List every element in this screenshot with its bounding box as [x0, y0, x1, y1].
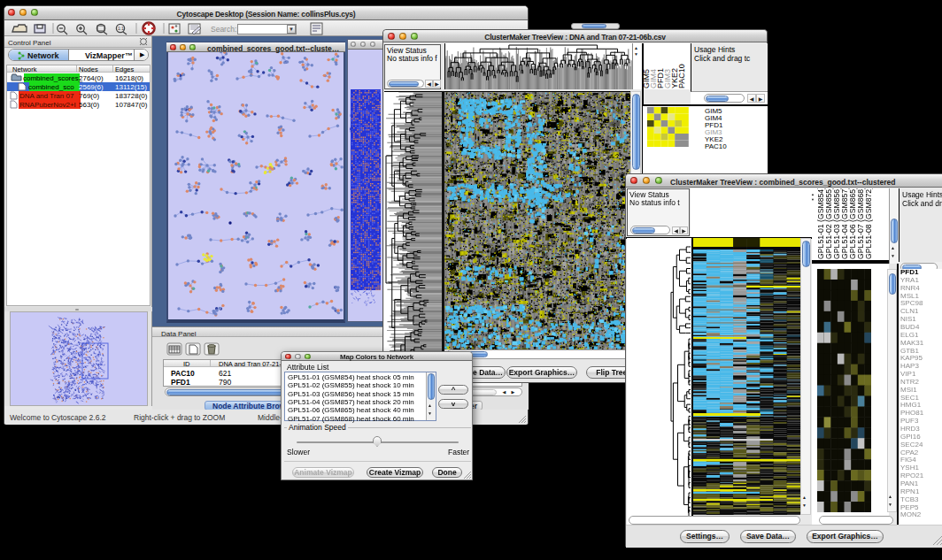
svg-text:1:1: 1:1 [118, 26, 124, 31]
